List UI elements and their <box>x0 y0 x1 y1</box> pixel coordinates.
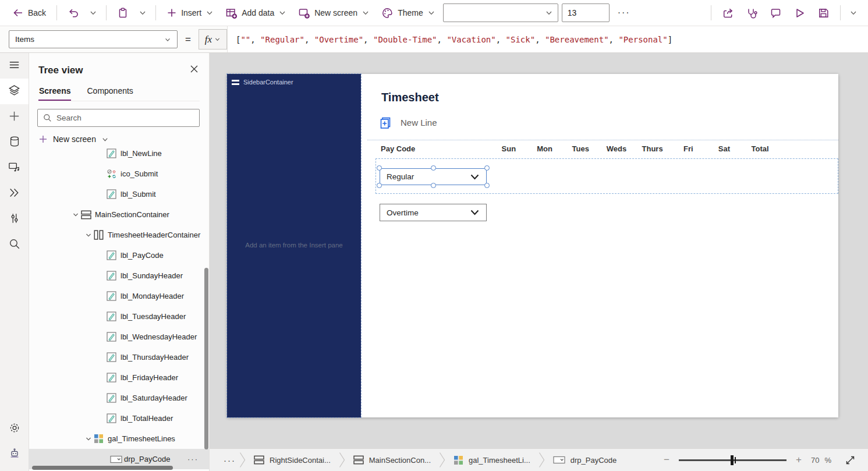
expand-chevron-icon[interactable] <box>70 211 81 218</box>
new-screen-tree-chevron-icon <box>101 136 109 143</box>
fx-button[interactable]: fx <box>199 29 227 49</box>
tree-item-more-button[interactable]: ··· <box>187 455 199 463</box>
zoom-out-button[interactable]: − <box>662 454 671 466</box>
zoom-in-button[interactable]: + <box>795 454 803 466</box>
tree-item-lbl_TotalHeader[interactable]: lbl_TotalHeader <box>29 408 209 428</box>
tab-screens[interactable]: Screens <box>38 86 71 101</box>
breadcrumb-item-RightSideContai[interactable]: RightSideContai... <box>246 449 339 471</box>
tab-components[interactable]: Components <box>86 86 133 101</box>
sidebar-container[interactable]: SidebarContainer Add an item from the In… <box>227 74 361 417</box>
new-line-button[interactable]: New Line <box>379 116 437 129</box>
expand-chevron-icon[interactable] <box>83 435 94 442</box>
paycode-dropdown-selected[interactable]: Regular <box>380 168 487 185</box>
resize-handle[interactable] <box>484 165 490 171</box>
zoom-slider[interactable] <box>679 459 786 461</box>
font-size-input[interactable] <box>562 3 610 22</box>
formula-bar: Items = fx ["", "Regular", "Overtime", "… <box>0 26 868 53</box>
tree-horizontal-scrollbar[interactable] <box>32 466 173 470</box>
app-checker-button[interactable] <box>742 4 762 22</box>
formula-token: "" <box>240 35 250 44</box>
rail-item-power-automate[interactable] <box>0 181 29 207</box>
breadcrumb-item-gal_TimesheetLi[interactable]: gal_TimesheetLi... <box>445 449 538 471</box>
tree-list: lbl_NewLineico_Submitlbl_SubmitMainSecti… <box>29 148 209 471</box>
resize-handle[interactable] <box>377 183 382 188</box>
formula-token: , <box>304 35 314 44</box>
new-screen-button[interactable]: New screen <box>294 4 374 22</box>
tree-item-label: lbl_SundayHeader <box>121 271 183 280</box>
breadcrumb-label: gal_TimesheetLi... <box>469 456 530 465</box>
toolbar-overflow-button[interactable]: ··· <box>613 6 635 19</box>
breadcrumb-overflow-button[interactable]: ··· <box>224 455 239 465</box>
status-bar: ··· RightSideContai...MainSectionCon...g… <box>210 448 868 471</box>
back-button[interactable]: Back <box>8 4 50 22</box>
tree-item-lbl_NewLine[interactable]: lbl_NewLine <box>29 148 209 164</box>
share-button[interactable] <box>718 4 738 22</box>
main-section-container[interactable]: Timesheet New Line Pay CodeSunMonTuesWed… <box>361 74 838 417</box>
left-rail <box>0 53 29 471</box>
search-input[interactable] <box>56 114 194 122</box>
undo-button[interactable] <box>63 4 83 22</box>
rail-item-media[interactable] <box>0 155 29 181</box>
resize-handle[interactable] <box>431 183 436 188</box>
fullscreen-icon[interactable] <box>845 455 855 465</box>
rail-item-data[interactable] <box>0 130 29 155</box>
paste-button[interactable] <box>113 4 133 22</box>
data-icon <box>8 135 21 150</box>
tree-item-ico_Submit[interactable]: ico_Submit <box>29 164 209 184</box>
tree-item-lbl_SundayHeader[interactable]: lbl_SundayHeader <box>29 265 209 286</box>
rail-item-tree-view[interactable] <box>0 79 29 104</box>
new-screen-tree-button[interactable]: New screen <box>38 132 209 146</box>
tree-item-lbl_SaturdayHeader[interactable]: lbl_SaturdayHeader <box>29 388 209 408</box>
tree-item-label: gal_TimesheetLines <box>108 434 175 443</box>
rail-item-insert[interactable] <box>0 104 29 130</box>
tree-item-MainSectionContainer[interactable]: MainSectionContainer <box>29 204 209 225</box>
rail-item-virtual-agent[interactable] <box>0 442 29 468</box>
tree-item-gal_TimesheetLines[interactable]: gal_TimesheetLines <box>29 428 209 449</box>
save-menu-chevron[interactable] <box>847 6 860 20</box>
power-apps-studio: Back Insert Add data <box>0 0 868 471</box>
theme-button[interactable]: Theme <box>377 4 440 22</box>
font-dropdown[interactable] <box>443 3 558 22</box>
zoom-slider-thumb[interactable] <box>731 455 734 465</box>
tree-item-TimesheetHeaderContainer[interactable]: TimesheetHeaderContainer <box>29 225 209 245</box>
rail-item-settings[interactable] <box>0 416 29 442</box>
tree-search-box[interactable] <box>37 109 200 127</box>
rail-item-variables[interactable] <box>0 207 29 232</box>
property-selector[interactable]: Items <box>9 30 178 48</box>
breadcrumb-item-MainSectionCon[interactable]: MainSectionCon... <box>345 449 439 471</box>
add-data-button[interactable]: Add data <box>221 4 290 22</box>
artboard[interactable]: SidebarContainer Add an item from the In… <box>227 74 838 417</box>
gallery-header-tues: Tues <box>562 144 598 153</box>
expand-chevron-icon[interactable] <box>83 232 94 239</box>
undo-menu-chevron[interactable] <box>87 6 100 20</box>
breadcrumb-item-drp_PayCode[interactable]: drp_PayCode <box>545 449 625 471</box>
formula-token: "Vacation" <box>447 35 495 44</box>
insert-button[interactable]: Insert <box>162 5 218 21</box>
preview-button[interactable] <box>789 4 810 22</box>
tree-item-lbl_ThursdayHeader[interactable]: lbl_ThursdayHeader <box>29 347 209 367</box>
save-button[interactable] <box>813 4 834 22</box>
undo-icon <box>68 7 79 19</box>
resize-handle[interactable] <box>431 165 436 171</box>
zoom-slider-tick <box>735 457 736 463</box>
tree-item-lbl_FridayHeader[interactable]: lbl_FridayHeader <box>29 367 209 388</box>
rail-item-menu[interactable] <box>0 53 29 79</box>
clipboard-icon <box>117 7 129 19</box>
paycode-dropdown-row2[interactable]: Overtime <box>380 204 487 221</box>
comment-icon <box>770 7 782 19</box>
tree-item-lbl_TuesdayHeader[interactable]: lbl_TuesdayHeader <box>29 306 209 327</box>
formula-input[interactable]: ["", "Regular", "Overtime", "Double-Time… <box>227 26 868 52</box>
tree-item-lbl_WednesdayHeader[interactable]: lbl_WednesdayHeader <box>29 327 209 347</box>
resize-handle[interactable] <box>377 165 382 171</box>
rail-item-search[interactable] <box>0 232 29 258</box>
settings-icon <box>8 422 21 437</box>
close-icon[interactable] <box>189 63 200 77</box>
search-icon <box>43 114 52 122</box>
tree-item-lbl_MondayHeader[interactable]: lbl_MondayHeader <box>29 286 209 306</box>
paste-menu-chevron[interactable] <box>136 6 149 20</box>
tree-item-lbl_Submit[interactable]: lbl_Submit <box>29 184 209 204</box>
resize-handle[interactable] <box>484 183 490 188</box>
tree-item-lbl_PayCode[interactable]: lbl_PayCode <box>29 245 209 265</box>
comments-button[interactable] <box>766 4 786 22</box>
tree-vertical-scrollbar[interactable] <box>204 268 208 449</box>
